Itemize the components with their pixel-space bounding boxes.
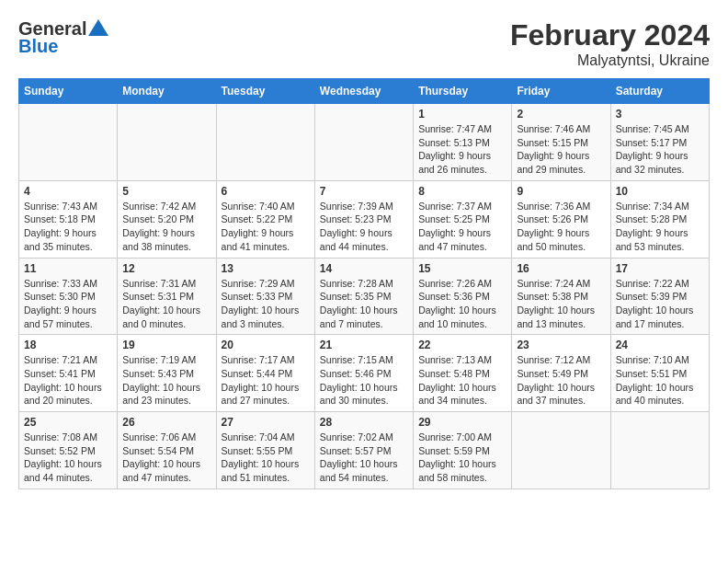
calendar-cell: 12Sunrise: 7:31 AM Sunset: 5:31 PM Dayli… (118, 258, 216, 335)
cell-content: Sunrise: 7:10 AM Sunset: 5:51 PM Dayligh… (616, 353, 704, 408)
day-number: 25 (24, 416, 112, 429)
cell-content: Sunrise: 7:31 AM Sunset: 5:31 PM Dayligh… (122, 277, 210, 331)
day-header-wednesday: Wednesday (314, 79, 413, 104)
logo-icon (88, 19, 108, 36)
logo: General Blue (18, 18, 108, 57)
calendar-week-1: 1Sunrise: 7:47 AM Sunset: 5:13 PM Daylig… (19, 104, 710, 181)
cell-content: Sunrise: 7:43 AM Sunset: 5:18 PM Dayligh… (24, 200, 112, 254)
page-title: February 2024 (510, 18, 710, 52)
cell-content: Sunrise: 7:47 AM Sunset: 5:13 PM Dayligh… (418, 122, 506, 177)
day-number: 10 (616, 185, 704, 198)
calendar-cell (610, 412, 709, 489)
cell-content: Sunrise: 7:37 AM Sunset: 5:25 PM Dayligh… (418, 200, 506, 254)
cell-content: Sunrise: 7:13 AM Sunset: 5:48 PM Dayligh… (418, 353, 506, 408)
calendar-cell: 24Sunrise: 7:10 AM Sunset: 5:51 PM Dayli… (610, 335, 709, 412)
calendar-cell (512, 412, 610, 489)
calendar-cell: 29Sunrise: 7:00 AM Sunset: 5:59 PM Dayli… (414, 412, 512, 489)
day-number: 22 (418, 339, 506, 351)
day-number: 5 (122, 185, 210, 198)
cell-content: Sunrise: 7:46 AM Sunset: 5:15 PM Dayligh… (517, 122, 605, 177)
day-number: 17 (616, 262, 704, 275)
cell-content: Sunrise: 7:42 AM Sunset: 5:20 PM Dayligh… (122, 200, 210, 254)
cell-content: Sunrise: 7:22 AM Sunset: 5:39 PM Dayligh… (616, 277, 704, 331)
calendar-cell: 17Sunrise: 7:22 AM Sunset: 5:39 PM Dayli… (610, 258, 709, 335)
cell-content: Sunrise: 7:40 AM Sunset: 5:22 PM Dayligh… (222, 200, 310, 254)
calendar-cell: 13Sunrise: 7:29 AM Sunset: 5:33 PM Dayli… (216, 258, 314, 335)
cell-content: Sunrise: 7:26 AM Sunset: 5:36 PM Dayligh… (418, 277, 506, 331)
day-header-tuesday: Tuesday (216, 79, 314, 104)
day-number: 2 (517, 108, 605, 121)
cell-content: Sunrise: 7:24 AM Sunset: 5:38 PM Dayligh… (517, 277, 605, 331)
cell-content: Sunrise: 7:15 AM Sunset: 5:46 PM Dayligh… (320, 353, 408, 408)
cell-content: Sunrise: 7:06 AM Sunset: 5:54 PM Dayligh… (122, 431, 210, 485)
logo-blue: Blue (18, 36, 58, 57)
day-number: 26 (122, 416, 210, 429)
cell-content: Sunrise: 7:33 AM Sunset: 5:30 PM Dayligh… (24, 277, 112, 331)
day-number: 21 (320, 339, 408, 351)
calendar-cell: 10Sunrise: 7:34 AM Sunset: 5:28 PM Dayli… (610, 180, 709, 258)
calendar-cell: 11Sunrise: 7:33 AM Sunset: 5:30 PM Dayli… (19, 258, 118, 335)
cell-content: Sunrise: 7:08 AM Sunset: 5:52 PM Dayligh… (24, 431, 112, 485)
cell-content: Sunrise: 7:00 AM Sunset: 5:59 PM Dayligh… (418, 431, 506, 485)
calendar-cell: 19Sunrise: 7:19 AM Sunset: 5:43 PM Dayli… (118, 335, 216, 412)
calendar-cell: 7Sunrise: 7:39 AM Sunset: 5:23 PM Daylig… (314, 180, 413, 258)
calendar-week-2: 4Sunrise: 7:43 AM Sunset: 5:18 PM Daylig… (19, 180, 710, 258)
calendar-cell: 9Sunrise: 7:36 AM Sunset: 5:26 PM Daylig… (512, 180, 610, 258)
calendar-cell: 26Sunrise: 7:06 AM Sunset: 5:54 PM Dayli… (118, 412, 216, 489)
day-number: 15 (418, 262, 506, 275)
calendar-cell: 1Sunrise: 7:47 AM Sunset: 5:13 PM Daylig… (414, 104, 512, 181)
calendar-cell: 8Sunrise: 7:37 AM Sunset: 5:25 PM Daylig… (414, 180, 512, 258)
day-number: 20 (222, 339, 310, 351)
calendar-cell (314, 104, 413, 181)
cell-content: Sunrise: 7:21 AM Sunset: 5:41 PM Dayligh… (24, 353, 112, 408)
day-header-saturday: Saturday (610, 79, 709, 104)
header-row: SundayMondayTuesdayWednesdayThursdayFrid… (19, 79, 710, 104)
cell-content: Sunrise: 7:45 AM Sunset: 5:17 PM Dayligh… (616, 122, 704, 177)
cell-content: Sunrise: 7:39 AM Sunset: 5:23 PM Dayligh… (320, 200, 408, 254)
day-number: 3 (616, 108, 704, 121)
svg-marker-0 (88, 19, 108, 36)
calendar-table: SundayMondayTuesdayWednesdayThursdayFrid… (18, 78, 710, 489)
calendar-cell (118, 104, 216, 181)
day-number: 27 (222, 416, 310, 429)
calendar-cell: 5Sunrise: 7:42 AM Sunset: 5:20 PM Daylig… (118, 180, 216, 258)
calendar-cell: 25Sunrise: 7:08 AM Sunset: 5:52 PM Dayli… (19, 412, 118, 489)
calendar-cell: 27Sunrise: 7:04 AM Sunset: 5:55 PM Dayli… (216, 412, 314, 489)
calendar-cell: 2Sunrise: 7:46 AM Sunset: 5:15 PM Daylig… (512, 104, 610, 181)
cell-content: Sunrise: 7:36 AM Sunset: 5:26 PM Dayligh… (517, 200, 605, 254)
day-number: 23 (517, 339, 605, 351)
calendar-cell: 22Sunrise: 7:13 AM Sunset: 5:48 PM Dayli… (414, 335, 512, 412)
day-number: 8 (418, 185, 506, 198)
title-area: February 2024 Malyatyntsi, Ukraine (510, 18, 710, 69)
day-number: 14 (320, 262, 408, 275)
day-number: 16 (517, 262, 605, 275)
calendar-cell: 4Sunrise: 7:43 AM Sunset: 5:18 PM Daylig… (19, 180, 118, 258)
page-header: General Blue February 2024 Malyatyntsi, … (18, 18, 710, 69)
day-number: 9 (517, 185, 605, 198)
calendar-cell: 6Sunrise: 7:40 AM Sunset: 5:22 PM Daylig… (216, 180, 314, 258)
calendar-cell: 18Sunrise: 7:21 AM Sunset: 5:41 PM Dayli… (19, 335, 118, 412)
day-header-sunday: Sunday (19, 79, 118, 104)
cell-content: Sunrise: 7:04 AM Sunset: 5:55 PM Dayligh… (222, 431, 310, 485)
calendar-cell: 16Sunrise: 7:24 AM Sunset: 5:38 PM Dayli… (512, 258, 610, 335)
day-header-monday: Monday (118, 79, 216, 104)
calendar-week-4: 18Sunrise: 7:21 AM Sunset: 5:41 PM Dayli… (19, 335, 710, 412)
day-number: 11 (24, 262, 112, 275)
day-number: 13 (222, 262, 310, 275)
day-number: 6 (222, 185, 310, 198)
day-number: 28 (320, 416, 408, 429)
calendar-cell: 28Sunrise: 7:02 AM Sunset: 5:57 PM Dayli… (314, 412, 413, 489)
day-number: 1 (418, 108, 506, 121)
cell-content: Sunrise: 7:19 AM Sunset: 5:43 PM Dayligh… (122, 353, 210, 408)
page-subtitle: Malyatyntsi, Ukraine (510, 52, 710, 69)
day-header-friday: Friday (512, 79, 610, 104)
calendar-cell: 21Sunrise: 7:15 AM Sunset: 5:46 PM Dayli… (314, 335, 413, 412)
day-number: 29 (418, 416, 506, 429)
cell-content: Sunrise: 7:12 AM Sunset: 5:49 PM Dayligh… (517, 353, 605, 408)
cell-content: Sunrise: 7:17 AM Sunset: 5:44 PM Dayligh… (222, 353, 310, 408)
calendar-week-3: 11Sunrise: 7:33 AM Sunset: 5:30 PM Dayli… (19, 258, 710, 335)
calendar-cell: 23Sunrise: 7:12 AM Sunset: 5:49 PM Dayli… (512, 335, 610, 412)
cell-content: Sunrise: 7:02 AM Sunset: 5:57 PM Dayligh… (320, 431, 408, 485)
day-number: 19 (122, 339, 210, 351)
calendar-cell: 15Sunrise: 7:26 AM Sunset: 5:36 PM Dayli… (414, 258, 512, 335)
